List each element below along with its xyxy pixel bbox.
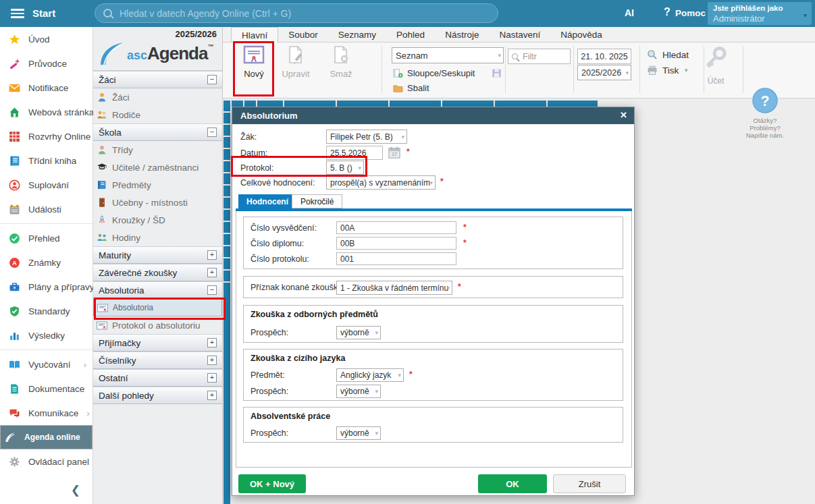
collapse-minus-icon[interactable]: − xyxy=(207,285,217,295)
sidebar-item-notifikace[interactable]: Notifikace xyxy=(0,76,93,100)
tree-item-absolutoria[interactable]: Absolutoria xyxy=(93,299,222,316)
protocol-number-input[interactable] xyxy=(336,252,456,265)
sidebar-item-dokumentace[interactable]: Dokumentace › xyxy=(0,376,93,401)
ok-button[interactable]: OK xyxy=(478,474,547,493)
global-search[interactable] xyxy=(95,3,498,23)
tree-item-zaci[interactable]: Žáci xyxy=(93,88,222,106)
tree-group-ostatni[interactable]: Ostatní+ xyxy=(93,369,222,387)
sidebar-item-udalosti[interactable]: Události xyxy=(0,197,93,221)
tree-group-zaci[interactable]: Žáci− xyxy=(93,71,222,88)
hamburger-menu-icon[interactable] xyxy=(11,9,24,18)
columns-group-button[interactable]: Sloupce/Seskupit xyxy=(393,68,475,78)
protocol-select[interactable]: 5. B () ▾ xyxy=(326,161,364,175)
tree-group-prijimacky[interactable]: Přijímačky+ xyxy=(93,334,222,352)
ai-button[interactable]: AI xyxy=(625,7,634,18)
collapse-minus-icon[interactable]: − xyxy=(207,75,217,84)
expand-plus-icon[interactable]: + xyxy=(207,268,217,277)
sidebar-item-uvod[interactable]: Úvod xyxy=(0,27,93,51)
tree-group-maturity[interactable]: Maturity+ xyxy=(93,246,222,264)
expand-plus-icon[interactable]: + xyxy=(207,338,217,347)
tree-group-zaverecne-zkousky[interactable]: Závěrečné zkoušky+ xyxy=(93,264,222,281)
tree-item-ucebny[interactable]: Učebny - místnosti xyxy=(93,194,222,211)
sidebar-item-tridni-kniha[interactable]: Třídní kniha xyxy=(0,148,93,173)
tree-item-protokol-o-absolutoriu[interactable]: Protokol o absolutoriu xyxy=(93,316,222,334)
logged-in-user-dropdown[interactable]: Jste přihlášen jako Administrátor ▾ xyxy=(708,2,812,25)
tree-group-ciselniky[interactable]: Číselníky+ xyxy=(93,352,222,369)
overall-grade-select[interactable]: prospěl(a) s vyznamenáním ▾ xyxy=(326,175,436,190)
sidebar-item-vysledky[interactable]: Výsledky xyxy=(0,323,93,347)
edit-button[interactable]: Upravit xyxy=(277,45,315,79)
tree-item-rodice[interactable]: Rodiče xyxy=(93,106,222,123)
help-button[interactable]: Pomoc xyxy=(675,8,706,18)
date-field[interactable] xyxy=(577,49,631,64)
language-subject-select[interactable]: Anglický jazyk ▾ xyxy=(336,368,404,382)
date-picker-button[interactable]: 17 xyxy=(388,146,401,162)
date-input[interactable] xyxy=(326,146,383,160)
save-layout-button[interactable] xyxy=(492,68,502,81)
start-label[interactable]: Start xyxy=(32,7,55,19)
collapse-rows-button[interactable]: Sbalit xyxy=(393,83,429,93)
delete-button[interactable]: Smaž xyxy=(322,45,360,79)
tab-hodnoceni[interactable]: Hodnocení xyxy=(238,194,296,208)
tab-pokrocile[interactable]: Pokročilé xyxy=(292,194,342,208)
sidebar-item-ovladaci-panel[interactable]: Ovládací panel xyxy=(0,449,93,474)
print-button[interactable]: Tisk ▼ xyxy=(647,65,689,76)
sidebar-item-pruvodce[interactable]: Průvodce xyxy=(0,51,93,76)
sidebar-item-komunikace[interactable]: Komunikace › xyxy=(0,401,93,425)
cancel-button[interactable]: Zrušit xyxy=(553,474,626,493)
tab-hlavni[interactable]: Hlavní xyxy=(231,27,278,43)
tab-nastaveni[interactable]: Nastavení xyxy=(489,27,550,42)
sidebar-item-agenda-online[interactable]: Agenda online xyxy=(0,425,93,449)
close-icon[interactable]: ✕ xyxy=(620,110,627,120)
view-mode-select[interactable]: Seznam ▾ xyxy=(392,47,504,63)
tab-soubor[interactable]: Soubor xyxy=(278,27,328,42)
expand-plus-icon[interactable]: + xyxy=(207,373,217,383)
tree-group-dalsi-pohledy[interactable]: Další pohledy+ xyxy=(93,387,222,404)
tab-napoveda[interactable]: Nápověda xyxy=(550,27,612,42)
filter-input-wrap[interactable] xyxy=(508,49,571,64)
sidebar-item-vyucovani[interactable]: Vyučování › xyxy=(0,352,93,376)
certificate-number-input[interactable] xyxy=(336,221,456,234)
sidebar-item-rozvrhy[interactable]: Rozvrhy Online xyxy=(0,124,93,148)
sidebar-item-suplovani[interactable]: Suplování xyxy=(0,173,93,197)
edit-button-label: Upravit xyxy=(277,69,315,79)
gear-icon xyxy=(9,456,20,468)
tree-group-absolutoria[interactable]: Absolutoria− xyxy=(93,281,222,299)
tree-item-tridy[interactable]: Třídy xyxy=(93,141,222,159)
expand-plus-icon[interactable]: + xyxy=(207,356,217,365)
vocational-grade-select[interactable]: výborně ▾ xyxy=(336,326,381,339)
sidebar-item-plany[interactable]: Plány a přípravy xyxy=(0,275,93,299)
help-question-icon[interactable]: ? xyxy=(664,6,671,18)
school-year-select[interactable]: 2025/2026 ▾ xyxy=(577,65,631,80)
student-select[interactable]: Filipek Petr (5. B) ▾ xyxy=(326,130,407,144)
tree-item-krouzky[interactable]: Kroužky / ŠD xyxy=(93,211,222,229)
expand-plus-icon[interactable]: + xyxy=(207,391,217,400)
dialog-title-bar[interactable]: Absolutorium ✕ xyxy=(232,107,634,124)
tree-item-predmety[interactable]: Předměty xyxy=(93,176,222,194)
tree-item-hodiny[interactable]: Hodiny xyxy=(93,229,222,246)
thesis-grade-select[interactable]: výborně ▾ xyxy=(336,426,381,440)
expand-plus-icon[interactable]: + xyxy=(207,250,217,260)
collapse-minus-icon[interactable]: − xyxy=(207,128,217,137)
contact-help-button[interactable]: ? Otázky? Problémy? Napište nám. xyxy=(739,87,791,139)
ok-new-button[interactable]: OK + Nový xyxy=(238,474,306,493)
diploma-number-input[interactable] xyxy=(336,237,456,250)
account-button[interactable]: Účet xyxy=(695,46,736,86)
tab-nastroje[interactable]: Nástroje xyxy=(435,27,489,42)
exam-flag-select[interactable]: 1 - Zkouška v řádném termínu ▾ xyxy=(336,281,452,295)
global-search-input[interactable] xyxy=(118,7,490,20)
language-grade-select[interactable]: výborně ▾ xyxy=(336,385,381,398)
sidebar-item-standardy[interactable]: Standardy xyxy=(0,299,93,323)
tab-pohled[interactable]: Pohled xyxy=(386,27,435,42)
tree-item-ucitele[interactable]: Učitelé / zaměstnanci xyxy=(93,159,222,176)
sidebar-item-webova-stranka[interactable]: Webová stránka xyxy=(0,100,93,124)
new-button[interactable]: Nový xyxy=(235,45,273,79)
filter-input[interactable] xyxy=(521,51,564,62)
delete-document-icon xyxy=(331,45,351,64)
sidebar-item-prehled[interactable]: Přehled xyxy=(0,226,93,250)
sidebar-collapse-icon[interactable]: ❮ xyxy=(71,483,80,497)
tree-group-skola[interactable]: Škola− xyxy=(93,123,222,141)
search-button[interactable]: Hledat xyxy=(647,49,689,60)
tab-seznamy[interactable]: Seznamy xyxy=(328,27,386,42)
sidebar-item-znamky[interactable]: A Známky xyxy=(0,250,93,275)
